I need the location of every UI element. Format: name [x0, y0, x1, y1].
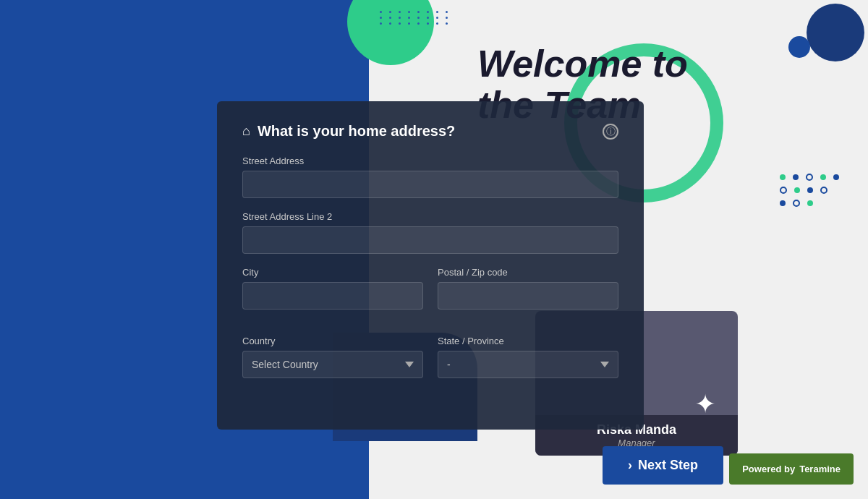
country-select[interactable]: Select Country United States United King… [242, 351, 423, 378]
street-address-label: Street Address [242, 155, 618, 166]
country-group: Country Select Country United States Uni… [242, 336, 423, 378]
next-step-button[interactable]: › Next Step [603, 446, 723, 485]
deco-circle-top-right-2 [788, 36, 810, 58]
street-address-2-label: Street Address Line 2 [242, 211, 618, 222]
state-label: State / Province [438, 336, 618, 346]
city-group: City [242, 267, 423, 310]
deco-circle-top-right [807, 4, 864, 61]
street-address-input[interactable] [242, 171, 618, 198]
state-group: State / Province - [438, 336, 618, 378]
dots-grid-top [380, 11, 451, 25]
street-address-2-input[interactable] [242, 226, 618, 254]
postal-group: Postal / Zip code [438, 267, 618, 310]
next-arrow-icon: › [628, 458, 632, 473]
form-header: ⌂ What is your home address? ⓘ [242, 123, 618, 140]
powered-by-prefix: Powered by [742, 464, 795, 474]
powered-by-brand: Teramine [799, 464, 841, 474]
home-icon: ⌂ [242, 124, 250, 139]
street-address-2-group: Street Address Line 2 [242, 211, 618, 254]
next-step-label: Next Step [638, 458, 698, 473]
city-input[interactable] [242, 282, 423, 310]
state-select[interactable]: - [438, 351, 618, 378]
country-state-row: Country Select Country United States Uni… [242, 336, 618, 391]
street-address-group: Street Address [242, 155, 618, 198]
deco-sparkle: ✦ [694, 389, 716, 419]
form-card: ⌂ What is your home address? ⓘ Street Ad… [217, 101, 644, 430]
powered-by-badge: Powered by Teramine [729, 453, 854, 485]
dots-right [780, 174, 839, 207]
city-postal-row: City Postal / Zip code [242, 267, 618, 323]
city-label: City [242, 267, 423, 278]
form-title: ⌂ What is your home address? [242, 123, 455, 140]
country-label: Country [242, 336, 423, 346]
form-title-text: What is your home address? [258, 123, 455, 140]
postal-input[interactable] [438, 282, 618, 310]
info-icon[interactable]: ⓘ [603, 124, 618, 140]
postal-label: Postal / Zip code [438, 267, 618, 278]
